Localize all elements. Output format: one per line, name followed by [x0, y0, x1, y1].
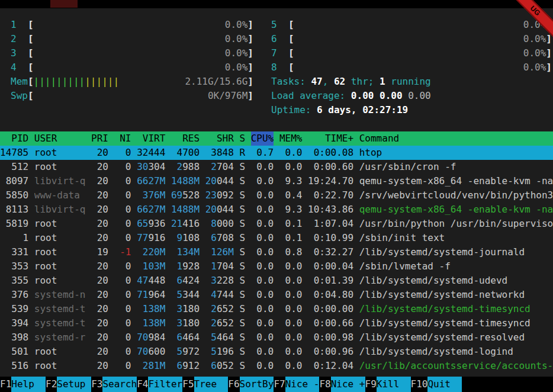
cell-pri: 20	[91, 203, 108, 217]
cell-pid: 355	[0, 274, 28, 288]
fkey-f7[interactable]: F7Nice -	[274, 377, 319, 392]
cell-virt: 138M	[137, 316, 165, 330]
cell-s: S	[239, 359, 245, 373]
process-row[interactable]: 14785root2003244447003848R0.70.00:00.08h…	[0, 146, 553, 160]
process-row[interactable]: 398systemd-r2007098464645464S0.00.00:00.…	[0, 330, 553, 345]
fkey-f8[interactable]: F8Nice +	[319, 377, 365, 392]
fkey-action-label: SortBy	[240, 377, 274, 392]
process-row[interactable]: 353root200103M19281704S0.00.00:00.04/sbi…	[0, 259, 553, 274]
column-header-virt[interactable]: VIRT	[137, 131, 165, 146]
cell-pid: 14785	[0, 146, 28, 160]
cell-user: root	[34, 245, 86, 259]
fkey-f4[interactable]: F4Filter	[137, 377, 182, 392]
memory-meter: Mem[|||||||||||||||2.11G/15.6G]	[11, 75, 253, 89]
cell-cpu: 0.0	[251, 345, 274, 359]
fkey-action-label: Tree	[194, 377, 229, 392]
cell-time: 0:00.08	[308, 146, 353, 160]
meter-bracket-open: [	[28, 75, 34, 89]
process-row[interactable]: 376systemd-n2007196453444744S0.00.00:04.…	[0, 288, 553, 302]
cell-res: 1928	[171, 259, 200, 274]
cpu-meter: 5[0.0%]	[271, 18, 552, 32]
cell-ni: 0	[114, 274, 131, 288]
cell-pri: 20	[91, 231, 108, 245]
column-header-res[interactable]: RES	[171, 131, 200, 146]
cell-virt: 376M	[137, 188, 165, 203]
process-row[interactable]: 8097libvirt-q2006627M1488M20044S0.09.319…	[0, 174, 553, 188]
process-row[interactable]: 512root2003030429882704S0.00.00:00.60/us…	[0, 160, 553, 174]
process-row[interactable]: 8113libvirt-q2006627M1488M20044S0.09.310…	[0, 203, 553, 217]
cell-cmd: qemu-system-x86_64 -enable-kvm -na	[359, 174, 553, 188]
swap-meter-label: Swp	[11, 89, 28, 103]
cpu-meter: 3[0.0%]	[11, 46, 253, 60]
fkey-number: F8	[319, 377, 330, 392]
fkey-f5[interactable]: F5Tree	[182, 377, 228, 392]
meter-bracket-close: ]	[247, 75, 253, 89]
cell-res: 5972	[171, 345, 200, 359]
column-header-time[interactable]: TIME+	[308, 131, 353, 146]
fkey-f1[interactable]: F1Help	[0, 377, 46, 392]
cell-s: S	[239, 288, 245, 302]
cell-pid: 398	[0, 330, 28, 345]
column-header-cmd[interactable]: Command	[359, 131, 553, 146]
column-header-user[interactable]: USER	[34, 131, 86, 146]
column-header-pid[interactable]: PID	[0, 131, 28, 146]
cell-time: 19:24.70	[308, 174, 353, 188]
process-row[interactable]: 539systemd-t200138M31802652S0.00.00:00.0…	[0, 302, 553, 316]
fkey-f2[interactable]: F2Setup	[46, 377, 91, 392]
process-row[interactable]: 1root2007791691086708S0.00.10:10.99/sbin…	[0, 231, 553, 245]
fkey-number: F4	[137, 377, 148, 392]
process-row[interactable]: 5850www-data200376M6952823092S0.00.40:22…	[0, 188, 553, 203]
cell-user: root	[34, 160, 86, 174]
process-row[interactable]: 355root2004744864243228S0.00.00:01.39/li…	[0, 274, 553, 288]
column-header-mem[interactable]: MEM%	[279, 131, 303, 146]
cell-mem: 0.0	[279, 316, 303, 330]
cell-res: 6464	[171, 330, 200, 345]
fkey-f3[interactable]: F3Search	[91, 377, 137, 392]
cell-cmd: /usr/sbin/cron -f	[359, 160, 553, 174]
cell-pri: 20	[91, 345, 108, 359]
column-header-ni[interactable]: NI	[114, 131, 131, 146]
column-header-cpu[interactable]: CPU%	[251, 131, 274, 146]
fkey-f6[interactable]: F6SortBy	[228, 377, 274, 392]
meter-spacer	[34, 60, 225, 75]
process-row[interactable]: 331root19-1220M134M126MS0.00.80:32.27/li…	[0, 245, 553, 259]
cell-time: 0:01.39	[308, 274, 353, 288]
cell-s: S	[239, 188, 245, 203]
cell-cpu: 0.0	[251, 302, 274, 316]
process-row[interactable]: 394systemd-t200138M31802652S0.00.00:00.6…	[0, 316, 553, 330]
cell-time: 0:12.04	[308, 359, 353, 373]
process-row[interactable]: 501root2007060059725196S0.00.00:00.96/li…	[0, 345, 553, 359]
meter-bracket-open: [	[288, 18, 294, 32]
fkey-action-label: Kill	[377, 377, 411, 392]
column-header-pri[interactable]: PRI	[91, 131, 108, 146]
column-header-s[interactable]: S	[239, 131, 245, 146]
cell-mem: 0.0	[279, 274, 303, 288]
cell-ni: 0	[114, 259, 131, 274]
fkey-number: F7	[274, 377, 285, 392]
cell-shr: 3848	[205, 146, 234, 160]
cell-virt: 70984	[137, 330, 165, 345]
cell-mem: 0.4	[279, 188, 303, 203]
cell-shr: 3228	[205, 274, 234, 288]
cell-res: 9108	[171, 231, 200, 245]
cell-cmd: /usr/lib/accountsservice/accounts-	[359, 359, 553, 373]
cell-shr: 2652	[205, 302, 234, 316]
cell-time: 0:32.27	[308, 245, 353, 259]
process-row[interactable]: 516root200281M69126052S0.00.00:12.04/usr…	[0, 359, 553, 373]
cell-user: root	[34, 359, 86, 373]
cell-cmd: /lib/systemd/systemd-logind	[359, 345, 553, 359]
cell-virt: 65936	[137, 217, 165, 231]
fkey-number: F9	[365, 377, 377, 392]
process-row[interactable]: 5819root20065936214168000S0.00.11:07.04/…	[0, 217, 553, 231]
fkey-action-label: Quit	[427, 377, 462, 392]
cell-pid: 5819	[0, 217, 28, 231]
cell-pid: 501	[0, 345, 28, 359]
cell-user: systemd-n	[34, 288, 86, 302]
cell-cmd: /lib/systemd/systemd-udevd	[359, 274, 553, 288]
fkey-f9[interactable]: F9Kill	[365, 377, 411, 392]
fkey-f10[interactable]: F10Quit	[411, 377, 462, 392]
cell-ni: 0	[114, 302, 131, 316]
column-header-shr[interactable]: SHR	[205, 131, 234, 146]
cpu-meter-bar: 0.0%	[34, 46, 248, 60]
cell-virt: 71964	[137, 288, 165, 302]
